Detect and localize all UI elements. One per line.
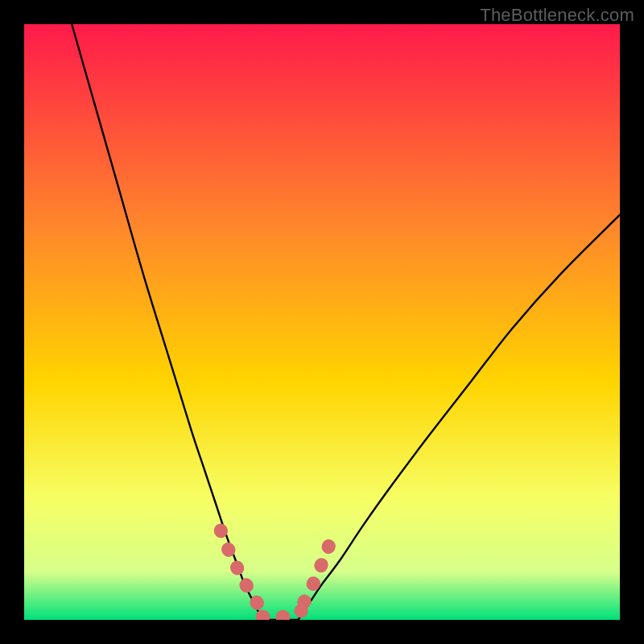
plot-background (24, 24, 620, 620)
bottleneck-chart (24, 24, 620, 620)
watermark-text: TheBottleneck.com (480, 5, 634, 26)
chart-frame: TheBottleneck.com (0, 0, 644, 644)
